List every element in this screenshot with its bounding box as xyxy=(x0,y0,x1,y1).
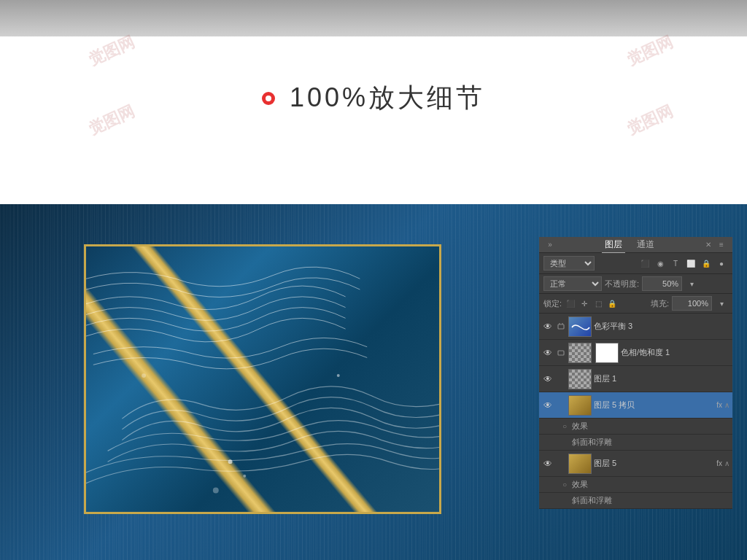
sublayer-4-1-name: 效果 xyxy=(572,421,588,432)
layer-4-visibility[interactable]: 👁 xyxy=(542,400,554,411)
layer-1-link xyxy=(556,322,566,332)
ps-adjust-icon[interactable]: ◉ xyxy=(654,257,667,270)
bottom-section: » 图层 通道 ✕ ≡ 类型 ⬛ ◉ T ⬜ 🔒 ● xyxy=(0,204,747,560)
panel-menu-icon[interactable]: ≡ xyxy=(716,240,727,250)
lock-pixel-icon[interactable]: ⬛ xyxy=(565,298,576,309)
layer-row-4[interactable]: 👁 图层 5 拷贝 fx ∧ xyxy=(539,392,732,419)
layer-1-thumb xyxy=(568,316,592,337)
ps-tool-icons: ⬛ ◉ T ⬜ 🔒 ● xyxy=(638,257,728,270)
layer-2-visibility[interactable]: 👁 xyxy=(542,347,554,359)
top-image-strip xyxy=(0,0,747,36)
layer-row-3[interactable]: 👁 图层 1 xyxy=(539,366,732,392)
opacity-input[interactable] xyxy=(642,276,682,291)
ps-lock-row: 锁定: ⬛ ✛ ⬚ 🔒 填充: ▾ xyxy=(539,294,732,314)
svg-point-2 xyxy=(243,475,246,478)
tab-channels[interactable]: 通道 xyxy=(634,237,657,252)
ps-shape-icon[interactable]: ⬜ xyxy=(684,257,697,270)
sublayer-5-2-icon xyxy=(560,496,570,506)
ps-panel-tabs: 图层 通道 xyxy=(602,237,657,253)
ps-smart-icon[interactable]: 🔒 xyxy=(700,257,713,270)
svg-rect-0 xyxy=(86,246,439,512)
section-title: 100%放大细节 xyxy=(290,80,485,116)
svg-point-5 xyxy=(142,373,146,378)
blend-mode-select[interactable]: 正常 xyxy=(543,276,602,291)
artwork-container xyxy=(84,244,441,514)
svg-point-4 xyxy=(337,374,340,377)
panel-collapse-icon[interactable]: » xyxy=(545,240,555,250)
tab-layers[interactable]: 图层 xyxy=(602,237,625,253)
layer-2-thumb-mask xyxy=(568,343,592,363)
ps-pixel-icon[interactable]: ⬛ xyxy=(638,257,651,270)
layer-row-1[interactable]: 👁 色彩平衡 3 xyxy=(539,314,732,340)
lock-pos-icon[interactable]: ✛ xyxy=(578,298,590,309)
sublayer-4-2: 斜面和浮雕 xyxy=(539,435,732,451)
layer-row-2[interactable]: 👁 色相/饱和度 1 xyxy=(539,340,732,366)
ps-lock-icons: ⬛ ✛ ⬚ 🔒 xyxy=(565,298,618,309)
fill-chevron[interactable]: ▾ xyxy=(715,297,728,310)
svg-point-1 xyxy=(228,459,233,464)
sublayer-4-1-icon: ○ xyxy=(560,421,570,432)
layer-4-thumb xyxy=(568,395,592,416)
svg-rect-6 xyxy=(558,324,564,329)
layer-1-visibility[interactable]: 👁 xyxy=(542,321,554,332)
opacity-label: 不透明度: xyxy=(605,279,639,289)
layer-3-thumb xyxy=(568,369,592,389)
ps-panel-collapse: » xyxy=(545,240,555,250)
ps-search-row: 类型 ⬛ ◉ T ⬜ 🔒 ● xyxy=(539,253,732,274)
layer-4-fx: fx xyxy=(716,401,722,409)
top-image-content xyxy=(0,0,747,36)
layer-3-visibility[interactable]: 👁 xyxy=(542,373,554,385)
ps-opacity-row: 不透明度: ▾ xyxy=(605,276,728,291)
ps-layers-panel: » 图层 通道 ✕ ≡ 类型 ⬛ ◉ T ⬜ 🔒 ● xyxy=(539,237,732,509)
top-section: 觉图网 觉图网 觉图网 觉图网 100%放大细节 xyxy=(0,0,747,204)
layer-2-link xyxy=(556,348,566,358)
fill-label: 填充: xyxy=(651,298,669,309)
layer-5-expand[interactable]: ∧ xyxy=(724,459,729,467)
layer-2-thumb xyxy=(595,343,619,363)
artwork-inner xyxy=(86,246,439,512)
panel-close-icon[interactable]: ✕ xyxy=(703,240,713,250)
lock-label: 锁定: xyxy=(543,298,562,309)
ps-panel-header: » 图层 通道 ✕ ≡ xyxy=(539,237,732,253)
ps-layers-list: 👁 色彩平衡 3 👁 色相/饱和度 1 xyxy=(539,314,732,509)
layer-type-select[interactable]: 类型 xyxy=(543,256,595,271)
layer-3-name: 图层 1 xyxy=(594,373,729,384)
layer-5-visibility[interactable]: 👁 xyxy=(542,458,554,470)
ps-panel-header-right: ✕ ≡ xyxy=(703,240,727,250)
layer-5-thumb xyxy=(568,454,592,474)
ps-type-icon[interactable]: T xyxy=(669,257,682,270)
sublayer-5-2: 斜面和浮雕 xyxy=(539,493,732,509)
red-bullet xyxy=(262,92,275,105)
svg-rect-9 xyxy=(558,351,564,355)
artwork-waves-svg xyxy=(86,246,439,512)
lock-art-icon[interactable]: ⬚ xyxy=(592,298,604,309)
sublayer-4-2-icon xyxy=(560,438,570,448)
layer-4-name: 图层 5 拷贝 xyxy=(594,400,714,411)
fill-input[interactable] xyxy=(672,296,712,311)
sublayer-5-1-icon: ○ xyxy=(560,480,570,490)
ps-blend-row: 正常 不透明度: ▾ xyxy=(539,274,732,294)
sublayer-5-1: ○ 效果 xyxy=(539,477,732,493)
layer-5-fx: fx xyxy=(716,459,722,467)
sublayer-5-1-name: 效果 xyxy=(572,479,588,490)
sublayer-4-1: ○ 效果 xyxy=(539,419,732,435)
opacity-chevron[interactable]: ▾ xyxy=(685,277,698,290)
lock-all-icon[interactable]: 🔒 xyxy=(606,298,618,309)
layer-4-expand[interactable]: ∧ xyxy=(724,401,729,409)
sublayer-4-2-name: 斜面和浮雕 xyxy=(572,437,612,448)
section-title-area: 100%放大细节 xyxy=(0,36,747,145)
sublayer-5-2-name: 斜面和浮雕 xyxy=(572,495,612,506)
layer-2-name: 色相/饱和度 1 xyxy=(621,347,729,358)
layer-1-name: 色彩平衡 3 xyxy=(594,321,729,332)
layer-5-name: 图层 5 xyxy=(594,458,714,469)
layer-row-5[interactable]: 👁 图层 5 fx ∧ xyxy=(539,451,732,477)
svg-point-3 xyxy=(213,488,219,494)
ps-fill-row: 填充: ▾ xyxy=(651,296,728,311)
ps-selected-icon[interactable]: ● xyxy=(715,257,728,270)
